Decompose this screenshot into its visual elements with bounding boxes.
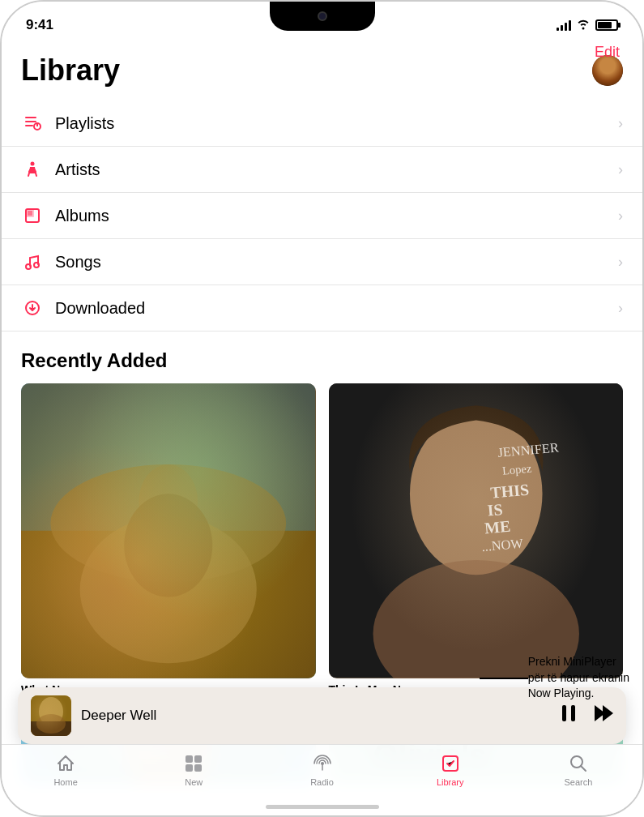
tab-label-radio: Radio <box>310 777 334 787</box>
album-cover-what-now <box>21 383 316 678</box>
svg-rect-16 <box>21 383 316 678</box>
playlists-icon <box>21 112 44 135</box>
songs-icon <box>21 250 44 273</box>
svg-point-18 <box>50 464 286 582</box>
library-header: Library <box>2 42 642 96</box>
menu-item-playlists[interactable]: Playlists › <box>2 101 642 147</box>
svg-text:THIS: THIS <box>489 481 530 502</box>
skip-forward-button[interactable] <box>592 703 613 729</box>
signal-icon <box>557 19 571 31</box>
svg-rect-2 <box>25 125 33 126</box>
menu-item-label-downloaded: Downloaded <box>55 299 618 318</box>
menu-item-albums[interactable]: Albums › <box>2 193 642 239</box>
tab-label-home: Home <box>53 777 77 787</box>
radio-icon <box>313 753 332 774</box>
svg-point-13 <box>26 264 31 269</box>
mini-player-controls <box>558 703 613 729</box>
svg-point-39 <box>39 697 63 726</box>
menu-item-label-artists: Artists <box>55 160 618 179</box>
tab-label-search: Search <box>564 777 592 787</box>
svg-rect-0 <box>25 117 36 118</box>
chevron-icon-artists: › <box>618 161 623 178</box>
menu-item-label-playlists: Playlists <box>55 114 618 133</box>
callout-line <box>480 678 528 679</box>
tab-search[interactable]: Search <box>514 753 642 787</box>
svg-point-20 <box>139 464 198 538</box>
svg-point-41 <box>36 714 66 734</box>
svg-rect-12 <box>28 211 32 216</box>
battery-icon <box>595 19 618 31</box>
svg-point-14 <box>34 263 39 267</box>
pause-button[interactable] <box>558 703 579 729</box>
svg-point-19 <box>80 516 257 664</box>
home-indicator <box>266 805 379 809</box>
chevron-icon-downloaded: › <box>618 300 623 317</box>
svg-rect-49 <box>194 764 202 772</box>
svg-line-54 <box>581 766 586 771</box>
mini-player-info: Deeper Well <box>81 708 558 724</box>
svg-text:ME: ME <box>484 517 511 537</box>
chevron-icon-songs: › <box>618 254 623 271</box>
menu-item-songs[interactable]: Songs › <box>2 239 642 285</box>
tab-radio[interactable]: Radio <box>258 753 386 787</box>
svg-rect-38 <box>31 695 71 736</box>
chevron-icon-playlists: › <box>618 115 623 132</box>
svg-point-23 <box>409 413 542 575</box>
mini-player-artwork <box>31 695 71 736</box>
page-title: Library <box>21 53 120 88</box>
search-icon <box>569 753 588 774</box>
phone-frame: 9:41 Edit Library <box>0 0 644 817</box>
camera-notch <box>318 11 327 21</box>
svg-rect-17 <box>21 531 316 678</box>
svg-text:IS: IS <box>486 500 503 520</box>
tab-home[interactable]: Home <box>2 753 130 787</box>
svg-point-5 <box>31 162 35 166</box>
svg-text:Lopez: Lopez <box>501 462 532 477</box>
svg-rect-43 <box>571 705 575 721</box>
svg-rect-1 <box>25 121 36 122</box>
edit-button[interactable]: Edit <box>595 44 620 61</box>
status-icons <box>557 19 618 32</box>
svg-point-21 <box>124 494 212 597</box>
svg-rect-42 <box>562 705 566 721</box>
downloaded-icon <box>21 297 44 319</box>
recently-added-header: Recently Added <box>2 332 642 383</box>
menu-list: Playlists › Artists › <box>2 101 642 332</box>
callout-text: Prekni MiniPlayerpër të hapur ekraninNow… <box>528 654 629 702</box>
tab-new[interactable]: New <box>130 753 258 787</box>
svg-rect-22 <box>329 383 624 678</box>
status-time: 9:41 <box>26 17 53 33</box>
tab-library[interactable]: Library <box>386 753 514 787</box>
album-item-what-now[interactable]: What Now Brittany Howard <box>21 383 316 708</box>
svg-text:...NOW: ...NOW <box>480 536 523 554</box>
tab-label-new: New <box>185 777 203 787</box>
menu-item-artists[interactable]: Artists › <box>2 147 642 193</box>
library-icon <box>441 753 460 774</box>
menu-item-downloaded[interactable]: Downloaded › <box>2 285 642 332</box>
wifi-icon <box>576 19 591 32</box>
svg-rect-47 <box>194 755 202 763</box>
svg-rect-48 <box>186 764 193 772</box>
artists-icon <box>21 158 44 181</box>
notch <box>270 2 375 31</box>
albums-icon <box>21 204 44 227</box>
callout-annotation: Prekni MiniPlayerpër të hapur ekraninNow… <box>480 654 629 702</box>
new-icon <box>184 753 203 774</box>
album-cover-jennifer: JENNIFER Lopez THIS IS ME ...NOW <box>329 383 624 678</box>
svg-rect-46 <box>186 755 193 763</box>
menu-item-label-songs: Songs <box>55 253 618 272</box>
svg-marker-45 <box>603 705 613 721</box>
menu-item-label-albums: Albums <box>55 207 618 225</box>
chevron-icon-albums: › <box>618 207 623 225</box>
svg-text:JENNIFER: JENNIFER <box>497 439 559 460</box>
mini-player-title: Deeper Well <box>81 708 156 723</box>
tab-label-library: Library <box>437 777 464 787</box>
svg-rect-40 <box>31 721 71 736</box>
home-icon <box>56 753 75 774</box>
